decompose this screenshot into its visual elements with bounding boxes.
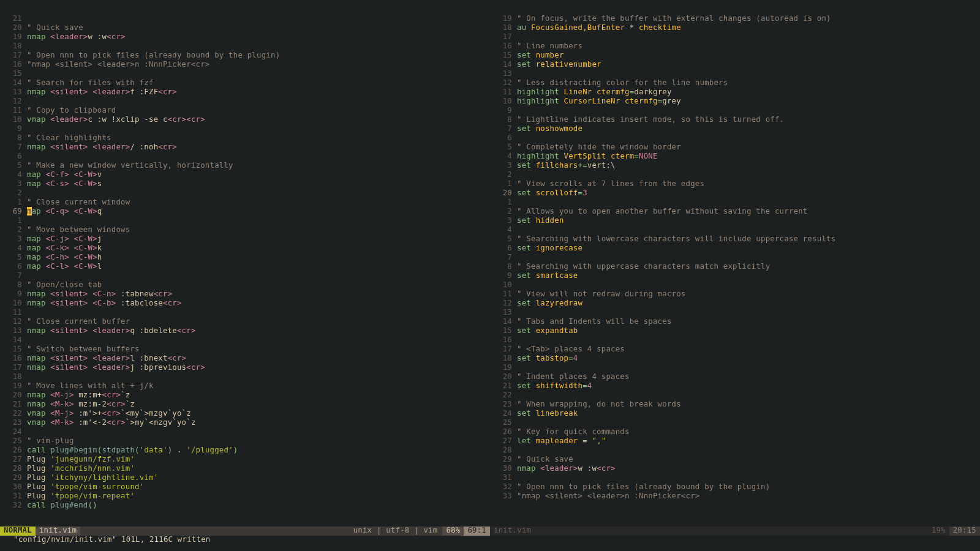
code-line[interactable]: 12" Close current buffer (0, 318, 490, 327)
code-line[interactable]: 7nmap <silent> <leader>/ :noh<cr> (0, 143, 490, 152)
code-line[interactable]: 10nmap <silent> <C-b> :tabclose<cr> (0, 299, 490, 309)
left-pane[interactable]: 2120" Quick save19nmap <leader>w :w<cr>1… (0, 15, 490, 527)
code-line[interactable]: 30nmap <leader>w :w<cr> (490, 465, 980, 474)
code-line[interactable]: 26" Key for quick commands (490, 428, 980, 437)
code-line[interactable]: 24 (0, 428, 490, 437)
code-line[interactable]: 2 (0, 189, 490, 198)
code-line[interactable]: 5" Searching with lowercase characters w… (490, 235, 980, 244)
code-line[interactable]: 15set number (490, 51, 980, 61)
code-line[interactable]: 29Plug 'itchyny/lightline.vim' (0, 474, 490, 483)
code-line[interactable]: 10highlight CursorLineNr ctermfg=grey (490, 97, 980, 107)
code-line[interactable]: 10vmap <leader>c :w !xclip -se c<cr><cr> (0, 116, 490, 125)
code-line[interactable]: 20" Indent places 4 spaces (490, 373, 980, 382)
code-line[interactable]: 3set fillchars+=vert:\ (490, 162, 980, 171)
code-line[interactable]: 21nmap <M-k> mz:m-2<cr>`z (0, 400, 490, 410)
code-line[interactable]: 27Plug 'junegunn/fzf.vim' (0, 455, 490, 465)
code-line[interactable]: 28Plug 'mcchrish/nnn.vim' (0, 465, 490, 474)
code-line[interactable]: 13nmap <silent> <leader>q :bdelete<cr> (0, 327, 490, 336)
code-line[interactable]: 2 (490, 171, 980, 180)
code-line[interactable]: 17 (490, 33, 980, 42)
code-line[interactable]: 9 (0, 125, 490, 134)
code-line[interactable]: 18au FocusGained,BufEnter * checktime (490, 24, 980, 33)
code-line[interactable]: 19" On focus, write the buffer with exte… (490, 15, 980, 24)
code-line[interactable]: 12" Less distracting color for the line … (490, 79, 980, 88)
code-line[interactable]: 32call plug#end() (0, 501, 490, 511)
code-line[interactable]: 7 (0, 272, 490, 281)
code-line[interactable]: 9set smartcase (490, 272, 980, 281)
code-line[interactable]: 4 (490, 226, 980, 235)
code-line[interactable]: 6set ignorecase (490, 244, 980, 253)
code-line[interactable]: 22 (490, 391, 980, 400)
code-line[interactable]: 14" Tabs and Indents will be spaces (490, 318, 980, 327)
code-line[interactable]: 16 (490, 336, 980, 345)
code-line[interactable]: 7 (490, 253, 980, 263)
code-line[interactable]: 23vmap <M-k> :m'<-2<cr>`>my`<mzgv`yo`z (0, 419, 490, 428)
code-line[interactable]: 19" Move lines with alt + j/k (0, 382, 490, 391)
code-line[interactable]: 27let mapleader = "," (490, 437, 980, 446)
code-line[interactable]: 16"nmap <silent> <leader>n :NnnPicker<cr… (0, 61, 490, 70)
code-line[interactable]: 25" vim-plug (0, 437, 490, 446)
code-line[interactable]: 19 (490, 364, 980, 373)
code-line[interactable]: 24set linebreak (490, 410, 980, 419)
code-line[interactable]: 32" Open nnn to pick files (already boun… (490, 483, 980, 492)
code-line[interactable]: 13nmap <silent> <leader>f :FZF<cr> (0, 88, 490, 97)
code-line[interactable]: 8" Searching with uppercase characters m… (490, 263, 980, 272)
code-line[interactable]: 17" <Tab> places 4 spaces (490, 345, 980, 354)
code-line[interactable]: 4map <C-f> <C-W>v (0, 171, 490, 180)
code-line[interactable]: 7set noshowmode (490, 125, 980, 134)
right-pane[interactable]: 19" On focus, write the buffer with exte… (490, 15, 980, 527)
code-line[interactable]: 3map <C-s> <C-W>s (0, 180, 490, 189)
code-line[interactable]: 20nmap <M-j> mz:m+<cr>`z (0, 391, 490, 400)
code-line[interactable]: 15set expandtab (490, 327, 980, 336)
code-line[interactable]: 19nmap <leader>w :w<cr> (0, 33, 490, 42)
code-line[interactable]: 21set shiftwidth=4 (490, 382, 980, 391)
code-line[interactable]: 26call plug#begin(stdpath('data') . '/pl… (0, 446, 490, 455)
code-line[interactable]: 21 (0, 15, 490, 24)
code-line[interactable]: 28 (490, 446, 980, 455)
code-line[interactable]: 8" Open/close tab (0, 281, 490, 290)
code-line[interactable]: 5" Make a new window vertically, horizon… (0, 162, 490, 171)
code-line[interactable]: 29" Quick save (490, 455, 980, 465)
code-line[interactable]: 10 (490, 281, 980, 290)
code-line[interactable]: 20set scrolloff=3 (490, 189, 980, 198)
code-line[interactable]: 17nmap <silent> <leader>j :bprevious<cr> (0, 364, 490, 373)
code-line[interactable]: 18 (0, 373, 490, 382)
code-line[interactable]: 1 (0, 217, 490, 226)
code-line[interactable]: 16nmap <silent> <leader>l :bnext<cr> (0, 354, 490, 364)
code-line[interactable]: 1" View scrolls at 7 lines from the edge… (490, 180, 980, 189)
code-line[interactable]: 20" Quick save (0, 24, 490, 33)
code-line[interactable]: 3map <C-j> <C-W>j (0, 235, 490, 244)
code-line[interactable]: 11 (0, 309, 490, 318)
code-line[interactable]: 15" Switch between buffers (0, 345, 490, 354)
code-line[interactable]: 9 (490, 107, 980, 116)
code-line[interactable]: 14" Search for files with fzf (0, 79, 490, 88)
code-line[interactable]: 13 (490, 309, 980, 318)
code-line[interactable]: 1 (490, 198, 980, 208)
code-line[interactable]: 22vmap <M-j> :m'>+<cr>`<my`>mzgv`yo`z (0, 410, 490, 419)
code-line[interactable]: 31 (490, 474, 980, 483)
code-line[interactable]: 2" Move between windows (0, 226, 490, 235)
code-line[interactable]: 4highlight VertSplit cterm=NONE (490, 152, 980, 162)
code-line[interactable]: 14 (0, 336, 490, 345)
code-line[interactable]: 69map <C-q> <C-W>q (0, 208, 490, 217)
code-line[interactable]: 13 (490, 70, 980, 79)
code-line[interactable]: 11highlight LineNr ctermfg=darkgrey (490, 88, 980, 97)
code-line[interactable]: 9nmap <silent> <C-n> :tabnew<cr> (0, 290, 490, 299)
code-line[interactable]: 5map <C-h> <C-W>h (0, 253, 490, 263)
code-line[interactable]: 12 (0, 97, 490, 107)
code-line[interactable]: 2" Allows you to open another buffer wit… (490, 208, 980, 217)
code-line[interactable]: 18set tabstop=4 (490, 354, 980, 364)
code-line[interactable]: 5" Completely hide the window border (490, 143, 980, 152)
code-line[interactable]: 18 (0, 42, 490, 51)
editor-area[interactable]: 2120" Quick save19nmap <leader>w :w<cr>1… (0, 0, 980, 527)
code-line[interactable]: 31Plug 'tpope/vim-repeat' (0, 492, 490, 501)
code-line[interactable]: 30Plug 'tpope/vim-surround' (0, 483, 490, 492)
code-line[interactable]: 4map <C-k> <C-W>k (0, 244, 490, 253)
code-line[interactable]: 11" Copy to clipboard (0, 107, 490, 116)
code-line[interactable]: 16" Line numbers (490, 42, 980, 51)
code-line[interactable]: 33"nmap <silent> <leader>n :NnnPicker<cr… (490, 492, 980, 501)
code-line[interactable]: 17" Open nnn to pick files (already boun… (0, 51, 490, 61)
code-line[interactable]: 6map <C-l> <C-W>l (0, 263, 490, 272)
code-line[interactable]: 15 (0, 70, 490, 79)
code-line[interactable]: 25 (490, 419, 980, 428)
